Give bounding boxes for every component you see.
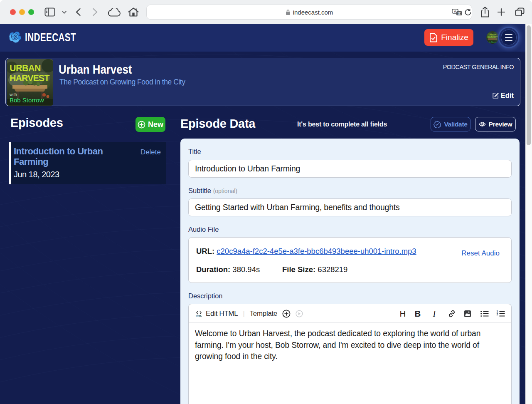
svg-text:A: A (454, 10, 456, 13)
svg-text:URBAN: URBAN (10, 63, 41, 73)
svg-text:HARVEST: HARVEST (488, 36, 498, 38)
svg-text:Bob Storrow: Bob Storrow (487, 41, 498, 43)
svg-text:2: 2 (497, 312, 498, 315)
svg-text:HTML: HTML (196, 315, 202, 317)
svg-text:文: 文 (457, 12, 461, 15)
svg-text:HARVEST: HARVEST (10, 73, 49, 83)
svg-text:Bob Storrow: Bob Storrow (10, 97, 44, 104)
